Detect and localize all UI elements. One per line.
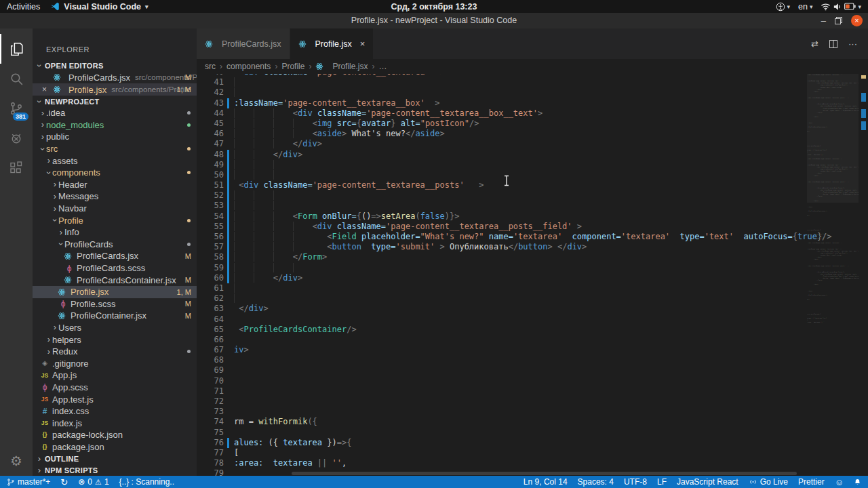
code-line-67[interactable]: 67iv>	[197, 345, 868, 355]
tree-item-index.js[interactable]: JSindex.js	[33, 417, 197, 429]
code-line-47[interactable]: 47 </div>	[197, 139, 868, 149]
project-header[interactable]: › NEWPROJECT	[33, 96, 197, 107]
code-line-61[interactable]: 61	[197, 283, 868, 293]
breadcrumb-item[interactable]: …	[378, 62, 387, 71]
tree-item-.idea[interactable]: ›.idea	[33, 107, 197, 119]
open-editor-Profile.jsx[interactable]: ×Profile.jsxsrc/components/Profile1, M	[33, 83, 197, 96]
tree-item-ProfileCards.jsx[interactable]: ProfileCards.jsxM	[33, 250, 197, 262]
close-icon[interactable]: ×	[360, 39, 366, 49]
code-line-54[interactable]: 54 <Form onBlur={()=>setArea(false)}>	[197, 211, 868, 222]
source-control-icon[interactable]: 381	[0, 94, 33, 123]
code-line-60[interactable]: 60 </div>	[197, 273, 868, 283]
explorer-icon[interactable]	[0, 34, 33, 64]
language-mode[interactable]: JavaScript React	[677, 477, 738, 487]
tree-item-Profile.scss[interactable]: ϕProfile.scssM	[33, 298, 197, 310]
code-line-41[interactable]: 41	[197, 77, 868, 87]
code-line-48[interactable]: 48 </div>	[197, 150, 868, 160]
minimize-button[interactable]: –	[821, 16, 826, 26]
tab-ProfileCards.jsx[interactable]: ProfileCards.jsx	[197, 28, 290, 59]
code-line-75[interactable]: 75	[197, 428, 868, 438]
cursor-position[interactable]: Ln 9, Col 14	[524, 477, 568, 487]
search-icon[interactable]	[0, 64, 33, 94]
system-menu[interactable]: ▾	[821, 3, 861, 11]
code-line-77[interactable]: 77[	[197, 448, 868, 458]
git-branch-status[interactable]: master*+	[7, 477, 50, 487]
code-line-45[interactable]: 45 <img src={avatar} alt="postIcon"/>	[197, 119, 868, 129]
code-line-63[interactable]: 63 </div>	[197, 304, 868, 314]
code-line-73[interactable]: 73	[197, 407, 868, 417]
split-editor-icon[interactable]	[829, 40, 837, 48]
breadcrumb-item[interactable]: Profile	[281, 62, 304, 71]
code-line-44[interactable]: 44 <div className='page-content__textare…	[197, 108, 868, 119]
tree-item-Profile[interactable]: ›Profile	[33, 214, 197, 226]
app-menu[interactable]: Visual Studio Code ▾	[51, 2, 148, 12]
tree-item-Messages[interactable]: ›Messages	[33, 190, 197, 203]
tree-item-components[interactable]: ›components	[33, 167, 197, 179]
tree-item-package-lock.json[interactable]: {}package-lock.json	[33, 429, 197, 441]
activities-button[interactable]: Activities	[7, 2, 40, 12]
code-line-66[interactable]: 66	[197, 335, 868, 345]
close-button[interactable]: ×	[851, 15, 863, 26]
tree-item-Profile.jsx[interactable]: Profile.jsx1, M	[33, 286, 197, 298]
more-actions-icon[interactable]: ···	[848, 39, 857, 49]
tree-item-public[interactable]: ›public	[33, 131, 197, 143]
code-line-78[interactable]: 78:area: textarea || '',	[197, 458, 868, 468]
code-line-64[interactable]: 64	[197, 314, 868, 325]
tree-item-ProfileContainer.jsx[interactable]: ProfileContainer.jsxM	[33, 310, 197, 322]
tree-item-Navbar[interactable]: ›Navbar	[33, 203, 197, 215]
settings-gear-icon[interactable]: ⚙	[10, 453, 22, 469]
tree-item-assets[interactable]: ›assets	[33, 155, 197, 167]
code-line-43[interactable]: 43:lassName='page-content__textarea__box…	[197, 98, 868, 108]
tree-item-node_modules[interactable]: ›node_modules	[33, 119, 197, 131]
code-line-50[interactable]: 50	[197, 170, 868, 180]
breadcrumb-item[interactable]: Profile.jsx	[332, 62, 368, 71]
window-title-bar[interactable]: Profile.jsx - newProject - Visual Studio…	[0, 13, 868, 28]
scanning-status[interactable]: {..} : Scanning..	[119, 477, 174, 487]
code-line-71[interactable]: 71	[197, 386, 868, 396]
tree-item-package.json[interactable]: {}package.json	[33, 441, 197, 453]
tree-item-ProfileCards.scss[interactable]: ϕProfileCards.scss	[33, 262, 197, 274]
prettier-status[interactable]: Prettier	[798, 477, 825, 487]
problems-status[interactable]: ⊗ 0 ⚠ 1	[78, 477, 108, 487]
outline-header[interactable]: › OUTLINE	[33, 453, 197, 464]
keyboard-layout-menu[interactable]: en ▾	[798, 2, 812, 12]
tree-item-App.test.js[interactable]: JSApp.test.js	[33, 393, 197, 405]
breadcrumb-item[interactable]: src	[205, 62, 216, 71]
open-changes-icon[interactable]: ⇄	[811, 39, 818, 49]
tree-item-helpers[interactable]: ›helpers	[33, 333, 197, 346]
horizontal-scrollbar[interactable]	[292, 472, 797, 475]
code-line-49[interactable]: 49	[197, 160, 868, 170]
open-editors-header[interactable]: › OPEN EDITORS	[33, 60, 197, 71]
extensions-icon[interactable]	[0, 153, 33, 183]
feedback-smiley-icon[interactable]: ☺	[835, 477, 844, 487]
code-line-65[interactable]: 65 <ProfileCardsContainer/>	[197, 325, 868, 335]
code-line-51[interactable]: 51 <div className='page-content__textare…	[197, 180, 868, 190]
code-line-58[interactable]: 58 </Form>	[197, 252, 868, 262]
tab-Profile.jsx[interactable]: Profile.jsx×	[290, 28, 374, 59]
code-line-69[interactable]: 69	[197, 365, 868, 375]
restore-button[interactable]	[835, 17, 842, 24]
tree-item-.gitignore[interactable]: ◈.gitignore	[33, 357, 197, 369]
tree-item-ProfileCards[interactable]: ›ProfileCards	[33, 239, 197, 251]
code-line-53[interactable]: 53	[197, 201, 868, 211]
code-line-76[interactable]: 76alues: ({ textarea })=>{	[197, 438, 868, 448]
code-line-74[interactable]: 74rm = withFormik({	[197, 417, 868, 427]
notifications-bell-icon[interactable]	[854, 478, 861, 486]
code-line-55[interactable]: 55 <div className='page-content__textare…	[197, 222, 868, 232]
clock[interactable]: Срд, 2 октября 13:23	[391, 2, 477, 12]
code-line-52[interactable]: 52	[197, 190, 868, 201]
tree-item-Info[interactable]: ›Info	[33, 226, 197, 239]
go-live-button[interactable]: Go Live	[749, 477, 788, 487]
code-line-70[interactable]: 70	[197, 376, 868, 386]
code-line-42[interactable]: 42	[197, 87, 868, 98]
tree-item-Users[interactable]: ›Users	[33, 322, 197, 334]
code-line-72[interactable]: 72	[197, 396, 868, 407]
code-line-62[interactable]: 62	[197, 293, 868, 304]
code-line-46[interactable]: 46 <aside> What's new?</aside>	[197, 129, 868, 139]
tree-item-index.css[interactable]: #index.css	[33, 405, 197, 418]
code-area[interactable]: 40 <div className='page-content__textare…	[197, 74, 868, 476]
tree-item-Redux[interactable]: ›Redux	[33, 346, 197, 358]
indentation-setting[interactable]: Spaces: 4	[578, 477, 614, 487]
tree-item-ProfileCardsContainer.jsx[interactable]: ProfileCardsContainer.jsxM	[33, 274, 197, 286]
code-line-57[interactable]: 57 <button type='submit' > Опубликовать<…	[197, 242, 868, 252]
